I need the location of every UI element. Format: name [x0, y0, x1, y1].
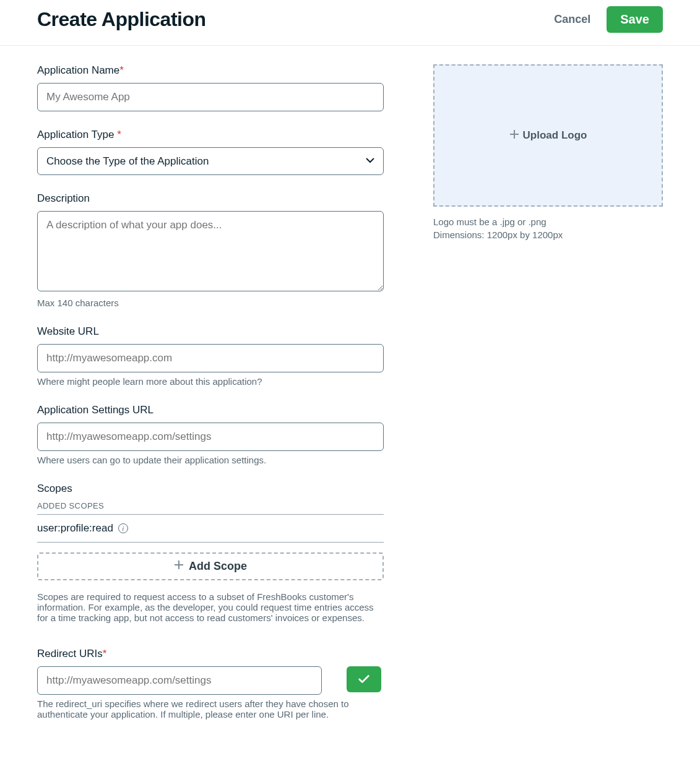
upload-logo-label: Upload Logo — [523, 129, 587, 142]
scopes-label: Scopes — [37, 483, 384, 495]
page-title: Create Application — [37, 8, 206, 31]
description-textarea[interactable] — [37, 211, 384, 291]
settings-url-label: Application Settings URL — [37, 404, 384, 416]
confirm-uri-button[interactable] — [347, 666, 381, 692]
description-hint: Max 140 characters — [37, 298, 384, 308]
upload-hint: Logo must be a .jpg or .png Dimensions: … — [433, 215, 663, 241]
upload-logo-dropzone[interactable]: Upload Logo — [433, 64, 663, 207]
settings-url-input[interactable] — [37, 423, 384, 451]
plus-icon — [174, 560, 184, 573]
add-scope-label: Add Scope — [189, 560, 247, 573]
redirect-label: Redirect URIs* — [37, 648, 384, 660]
create-application-modal: Create Application Cancel Save Applicati… — [0, 0, 700, 762]
add-scope-button[interactable]: Add Scope — [37, 552, 384, 580]
save-button[interactable]: Save — [607, 6, 663, 33]
settings-url-hint: Where users can go to update their appli… — [37, 455, 384, 465]
modal-header: Create Application Cancel Save — [0, 0, 700, 46]
app-name-input[interactable] — [37, 83, 384, 111]
scopes-hint: Scopes are required to request access to… — [37, 591, 384, 623]
info-icon[interactable]: i — [118, 523, 128, 533]
redirect-hint: The redirect_uri specifies where we redi… — [37, 698, 384, 720]
description-label: Description — [37, 192, 384, 205]
check-icon — [357, 672, 371, 686]
app-type-label: Application Type * — [37, 129, 384, 141]
scope-name: user:profile:read — [37, 522, 113, 535]
added-scopes-header: ADDED SCOPES — [37, 501, 384, 510]
scope-row: user:profile:read i — [37, 514, 384, 543]
website-label: Website URL — [37, 325, 384, 338]
website-input[interactable] — [37, 344, 384, 372]
cancel-button[interactable]: Cancel — [550, 12, 594, 27]
app-type-select[interactable]: Choose the Type of the Application — [37, 147, 384, 175]
plus-icon — [509, 129, 519, 142]
redirect-uri-input[interactable] — [37, 666, 322, 695]
app-name-label: Application Name* — [37, 64, 384, 77]
website-hint: Where might people learn more about this… — [37, 376, 384, 387]
